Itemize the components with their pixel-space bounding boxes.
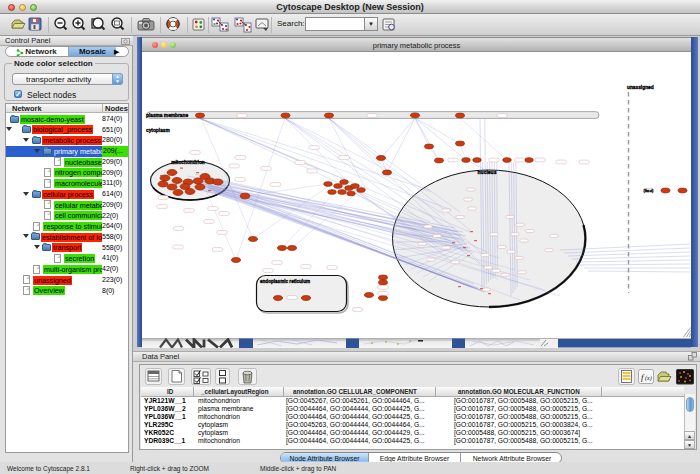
svg-text:(x): (x) — [645, 375, 652, 382]
svg-text:endoplasmic reticulum: endoplasmic reticulum — [260, 279, 310, 284]
svg-text:nucleus: nucleus — [478, 169, 497, 175]
svg-text:mitochondrion: mitochondrion — [171, 160, 205, 165]
svg-text:cytoplasm: cytoplasm — [146, 128, 170, 133]
svg-text:(Vav-ol): (Vav-ol) — [644, 189, 654, 193]
svg-text:unassigned: unassigned — [627, 85, 654, 90]
svg-text:plasma membrane: plasma membrane — [146, 113, 188, 118]
